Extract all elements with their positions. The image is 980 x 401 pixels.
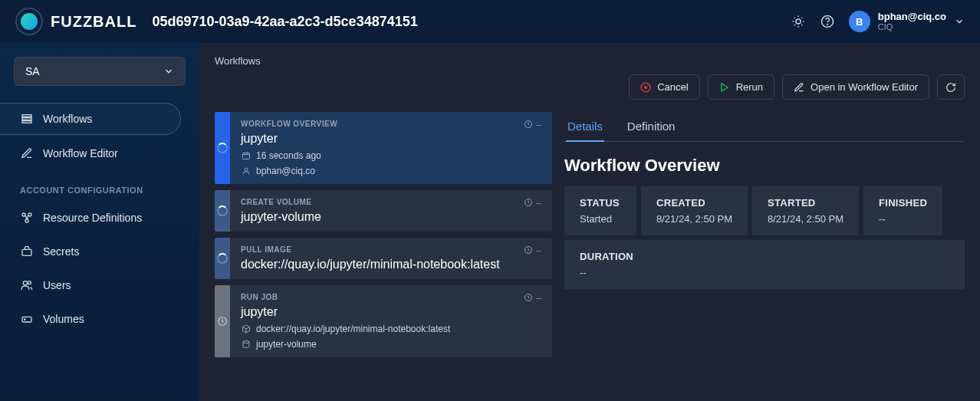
play-icon — [719, 82, 730, 93]
sidebar-item-workflows[interactable]: Workflows — [0, 103, 181, 135]
step-run-job[interactable]: RUN JOB -- jupyter docker://quay.io/jupy… — [215, 285, 552, 357]
svg-point-6 — [22, 213, 25, 216]
user-org: CIQ — [878, 22, 946, 32]
breadcrumb[interactable]: Workflows — [199, 43, 980, 74]
clock-icon — [524, 245, 533, 255]
info-created: CREATED 8/21/24, 2:50 PM — [641, 186, 748, 235]
svg-point-23 — [243, 341, 249, 343]
disk-icon — [20, 312, 34, 326]
svg-point-11 — [28, 281, 31, 284]
svg-rect-17 — [243, 153, 250, 159]
open-in-editor-button[interactable]: Open in Workflow Editor — [782, 74, 929, 100]
help-icon[interactable] — [820, 14, 835, 29]
info-started: STARTED 8/21/24, 2:50 PM — [752, 186, 859, 235]
step-title: jupyter-volume — [241, 210, 541, 224]
svg-point-10 — [23, 281, 27, 285]
user-menu[interactable]: B bphan@ciq.co CIQ — [849, 11, 965, 33]
step-title: docker://quay.io/jupyter/minimal-noteboo… — [241, 258, 541, 271]
tab-details[interactable]: Details — [566, 112, 604, 142]
spinner-icon — [217, 143, 228, 153]
spinner-icon — [217, 253, 228, 264]
edit-icon — [20, 146, 34, 160]
button-label: Open in Workflow Editor — [811, 81, 918, 93]
svg-point-18 — [245, 168, 248, 171]
svg-point-0 — [796, 19, 801, 24]
svg-rect-4 — [22, 118, 31, 120]
svg-rect-5 — [22, 121, 31, 123]
nodes-icon — [20, 211, 34, 225]
step-title: jupyter — [241, 132, 541, 146]
step-pull-image[interactable]: PULL IMAGE -- docker://quay.io/jupyter/m… — [215, 238, 552, 279]
chevron-down-icon — [163, 66, 174, 77]
step-kind: RUN JOB — [241, 293, 278, 301]
info-label: FINISHED — [879, 197, 927, 209]
sidebar-item-secrets[interactable]: Secrets — [0, 236, 199, 267]
user-email: bphan@ciq.co — [878, 11, 946, 23]
info-duration: DURATION -- — [564, 240, 965, 289]
info-label: CREATED — [656, 197, 732, 209]
users-icon — [20, 278, 34, 292]
sidebar-section-label: ACCOUNT CONFIGURATION — [0, 172, 199, 199]
sidebar-item-label: Workflows — [43, 113, 92, 125]
step-duration: -- — [524, 293, 541, 302]
step-duration: -- — [524, 198, 541, 207]
theme-toggle-icon[interactable] — [791, 14, 806, 29]
cube-icon — [241, 324, 252, 334]
step-meta: bphan@ciq.co — [241, 166, 541, 176]
info-value: 8/21/24, 2:50 PM — [768, 213, 844, 225]
app-logo[interactable]: FUZZBALL — [15, 8, 136, 35]
disk-icon — [241, 339, 252, 350]
sidebar-item-resource-definitions[interactable]: Resource Definitions — [0, 202, 199, 233]
refresh-icon — [945, 82, 956, 93]
list-icon — [20, 112, 34, 126]
step-title: jupyter — [241, 305, 541, 319]
sidebar-item-workflow-editor[interactable]: Workflow Editor — [0, 138, 199, 169]
clock-icon — [524, 293, 533, 302]
sidebar-item-label: Workflow Editor — [43, 147, 118, 159]
svg-rect-9 — [22, 249, 31, 255]
calendar-icon — [241, 150, 252, 161]
info-value: Started — [580, 213, 621, 225]
spinner-icon — [217, 205, 228, 216]
rerun-button[interactable]: Rerun — [708, 74, 774, 100]
info-label: DURATION — [580, 251, 949, 262]
key-icon — [20, 245, 34, 258]
info-label: STARTED — [768, 197, 844, 209]
step-create-volume[interactable]: CREATE VOLUME -- jupyter-volume — [215, 190, 552, 232]
sidebar-item-label: Secrets — [43, 245, 79, 258]
button-label: Cancel — [657, 81, 688, 93]
info-value: -- — [879, 213, 927, 225]
step-kind: PULL IMAGE — [241, 245, 291, 254]
org-selector[interactable]: SA — [14, 57, 186, 86]
step-kind: CREATE VOLUME — [241, 198, 311, 206]
sidebar-item-label: Volumes — [43, 313, 84, 325]
svg-rect-3 — [22, 115, 31, 117]
cancel-button[interactable]: Cancel — [629, 74, 699, 100]
cancel-icon — [640, 82, 651, 93]
info-value: 8/21/24, 2:50 PM — [656, 213, 732, 225]
tab-definition[interactable]: Definition — [626, 112, 677, 142]
info-finished: FINISHED -- — [863, 186, 942, 235]
step-duration: -- — [524, 120, 541, 129]
svg-rect-12 — [22, 317, 31, 322]
sidebar-item-users[interactable]: Users — [0, 270, 199, 301]
info-label: STATUS — [580, 197, 621, 209]
clock-icon — [217, 316, 228, 327]
svg-point-2 — [827, 24, 827, 25]
step-kind: WORKFLOW OVERVIEW — [241, 120, 337, 128]
clock-icon — [524, 120, 533, 129]
sidebar: SA Workflows Workflow Editor ACCOUNT CON… — [0, 43, 199, 401]
info-value: -- — [580, 267, 949, 278]
user-icon — [241, 166, 252, 176]
refresh-button[interactable] — [937, 74, 965, 100]
step-duration: -- — [524, 245, 541, 255]
svg-point-7 — [28, 213, 31, 216]
logo-icon — [15, 8, 43, 35]
edit-icon — [794, 82, 804, 93]
steps-list: WORKFLOW OVERVIEW -- jupyter 16 seconds … — [215, 112, 552, 389]
step-meta: 16 seconds ago — [241, 150, 541, 161]
sidebar-item-volumes[interactable]: Volumes — [0, 304, 199, 334]
avatar: B — [849, 11, 870, 32]
details-panel: Details Definition Workflow Overview STA… — [564, 112, 965, 389]
step-workflow-overview[interactable]: WORKFLOW OVERVIEW -- jupyter 16 seconds … — [215, 112, 552, 184]
